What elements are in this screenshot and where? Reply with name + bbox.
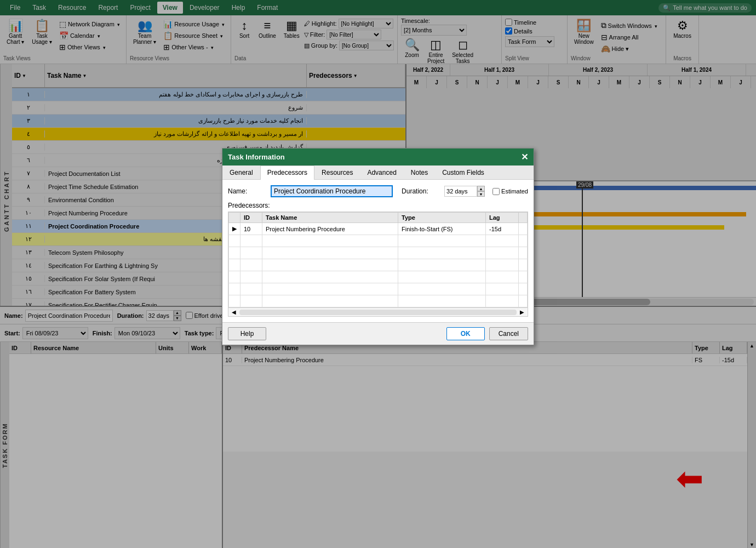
dialog-title-text: Task Information [228,153,285,161]
dialog-close-button[interactable]: ✕ [521,152,528,162]
tab-notes[interactable]: Notes [404,165,435,179]
dialog-pred-header-row: ID Task Name Type Lag [229,213,528,223]
help-button[interactable]: Help [228,327,266,340]
pred-row-type[interactable]: Finish-to-Start (FS) [398,223,486,235]
dialog-estimated-label: Estimated [501,188,528,195]
pred-row-lag[interactable]: -15d [486,223,519,235]
dialog-tabs: General Predecessors Resources Advanced … [222,165,534,180]
pred-row-taskname[interactable]: Project Numbering Procedure [262,223,398,235]
dialog-pred-label: Predecessors: [228,202,528,209]
dialog-title-bar: Task Information ✕ [222,149,534,165]
pred-row-sel[interactable]: ▶ [229,223,240,235]
task-information-dialog: Task Information ✕ General Predecessors … [222,148,534,345]
dialog-duration-label: Duration: [402,187,440,195]
dialog-name-label: Name: [228,187,266,195]
dialog-pred-empty-6 [229,295,528,307]
dialog-pred-empty-3 [229,259,528,271]
tab-custom-fields[interactable]: Custom Fields [435,165,491,179]
pred-col-taskname: Task Name [262,213,398,223]
dialog-pred-empty-4 [229,271,528,283]
dialog-name-input[interactable] [271,185,393,197]
pred-col-check [229,213,240,223]
dialog-pred-empty-5 [229,283,528,295]
tab-predecessors[interactable]: Predecessors [260,165,314,180]
dialog-footer: Help OK Cancel [222,322,534,345]
dialog-duration-up[interactable]: ▲ [477,186,485,191]
dialog-pred-table-container: ID Task Name Type Lag ▶ 10 Project Numbe… [228,212,528,308]
pred-row-id[interactable]: 10 [240,223,262,235]
dialog-body: Name: Duration: ▲ ▼ Estimated Predecesso… [222,180,534,322]
dialog-pred-table: ID Task Name Type Lag ▶ 10 Project Numbe… [228,212,528,307]
dialog-action-buttons: OK Cancel [446,327,528,340]
dialog-scroll-left[interactable]: ◀ [228,309,239,315]
dialog-pred-row-1: ▶ 10 Project Numbering Procedure Finish-… [229,223,528,235]
dialog-scroll-right[interactable]: ▶ [517,309,528,315]
tab-resources[interactable]: Resources [314,165,360,179]
dialog-scroll-track [239,310,517,315]
tab-advanced[interactable]: Advanced [360,165,403,179]
dialog-estimated-check[interactable]: Estimated [492,188,528,195]
pred-col-id: ID [240,213,262,223]
tab-general[interactable]: General [222,165,260,179]
pred-col-type: Type [398,213,486,223]
cancel-button[interactable]: Cancel [489,327,528,340]
dialog-duration-input[interactable] [444,186,477,197]
dialog-name-row: Name: Duration: ▲ ▼ Estimated [228,185,528,197]
modal-overlay: Task Information ✕ General Predecessors … [0,0,756,548]
dialog-h-scroll[interactable]: ◀ ▶ [228,308,528,317]
pred-col-scroll [519,213,528,223]
dialog-pred-empty-2 [229,247,528,259]
dialog-duration-down[interactable]: ▼ [477,191,485,197]
ok-button[interactable]: OK [446,327,485,340]
dialog-pred-empty-1 [229,235,528,247]
pred-col-lag: Lag [486,213,519,223]
